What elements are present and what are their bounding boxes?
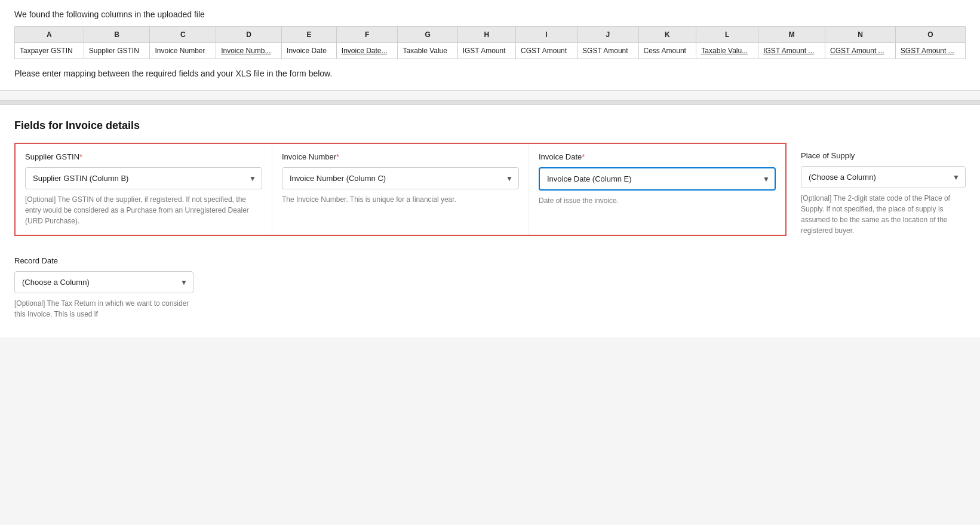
spreadsheet-col-header: H bbox=[457, 27, 515, 43]
spreadsheet-cell: Taxpayer GSTIN bbox=[15, 43, 84, 59]
invoice-number-label: Invoice Number* bbox=[282, 152, 519, 161]
record-date-label: Record Date bbox=[14, 256, 193, 265]
spreadsheet-col-header: B bbox=[84, 27, 150, 43]
spreadsheet-cell: Taxable Value bbox=[398, 43, 457, 59]
spreadsheet-table: ABCDEFGHIJKLMNO Taxpayer GSTINSupplier G… bbox=[14, 26, 966, 59]
spreadsheet-col-header: L bbox=[696, 27, 758, 43]
fields-layout: Supplier GSTIN* Supplier GSTIN (Column B… bbox=[14, 143, 966, 320]
supplier-gstin-label: Supplier GSTIN* bbox=[25, 152, 262, 161]
spreadsheet-col-header: F bbox=[336, 27, 398, 43]
spreadsheet-cell: SGST Amount bbox=[577, 43, 638, 59]
spreadsheet-cell: IGST Amount ... bbox=[758, 43, 825, 59]
spreadsheet-col-header: I bbox=[515, 27, 577, 43]
spreadsheet-cell: CGST Amount ... bbox=[825, 43, 896, 59]
invoice-date-select-wrapper: Invoice Date (Column E) ▼ bbox=[539, 167, 776, 191]
invoice-date-field: Invoice Date* Invoice Date (Column E) ▼ … bbox=[529, 144, 785, 235]
spreadsheet-cell: Supplier GSTIN bbox=[84, 43, 150, 59]
record-date-desc: [Optional] The Tax Return in which we wa… bbox=[14, 298, 193, 320]
top-section: We found the following columns in the up… bbox=[0, 0, 980, 91]
spreadsheet-col-header: M bbox=[758, 27, 825, 43]
spreadsheet-col-header: A bbox=[15, 27, 84, 43]
place-of-supply-label: Place of Supply bbox=[801, 151, 966, 160]
spreadsheet-col-header: E bbox=[282, 27, 337, 43]
place-of-supply-select[interactable]: (Choose a Column) bbox=[801, 166, 966, 188]
spreadsheet-cell: Invoice Date bbox=[282, 43, 337, 59]
place-of-supply-select-wrapper: (Choose a Column) ▼ bbox=[801, 166, 966, 188]
spreadsheet-cell: SGST Amount ... bbox=[895, 43, 965, 59]
spreadsheet-col-header: D bbox=[216, 27, 282, 43]
supplier-gstin-field: Supplier GSTIN* Supplier GSTIN (Column B… bbox=[16, 144, 272, 235]
spreadsheet-col-header: G bbox=[398, 27, 457, 43]
invoice-date-desc: Date of issue the invoice. bbox=[539, 195, 776, 206]
invoice-number-field: Invoice Number* Invoice Number (Column C… bbox=[272, 144, 529, 235]
supplier-gstin-select-wrapper: Supplier GSTIN (Column B) ▼ bbox=[25, 167, 262, 189]
required-fields-box: Supplier GSTIN* Supplier GSTIN (Column B… bbox=[14, 143, 787, 236]
supplier-gstin-desc: [Optional] The GSTIN of the supplier, if… bbox=[25, 194, 262, 226]
spreadsheet-cell: Invoice Numb... bbox=[216, 43, 282, 59]
invoice-number-select-wrapper: Invoice Number (Column C) ▼ bbox=[282, 167, 519, 189]
mapping-instruction: Please enter mapping between the require… bbox=[14, 69, 966, 78]
left-section: Supplier GSTIN* Supplier GSTIN (Column B… bbox=[14, 143, 966, 320]
spreadsheet-cell: Invoice Number bbox=[150, 43, 216, 59]
section-title: Fields for Invoice details bbox=[14, 119, 966, 132]
invoice-date-select[interactable]: Invoice Date (Column E) bbox=[539, 167, 776, 191]
spreadsheet-col-header: K bbox=[638, 27, 696, 43]
bottom-section: Fields for Invoice details Supplier GSTI… bbox=[0, 105, 980, 337]
place-of-supply-desc: [Optional] The 2-digit state code of the… bbox=[801, 193, 966, 236]
spreadsheet-col-header: O bbox=[895, 27, 965, 43]
spreadsheet-cell: CGST Amount bbox=[515, 43, 577, 59]
place-of-supply-field: Place of Supply (Choose a Column) ▼ [Opt… bbox=[787, 143, 966, 244]
record-date-section: Record Date (Choose a Column) ▼ [Optiona… bbox=[14, 256, 966, 320]
section-divider bbox=[0, 100, 980, 105]
spreadsheet-cell: IGST Amount bbox=[457, 43, 515, 59]
spreadsheet-col-header: N bbox=[825, 27, 896, 43]
intro-text: We found the following columns in the up… bbox=[14, 10, 966, 19]
invoice-number-desc: The Invoice Number. This is unique for a… bbox=[282, 194, 519, 205]
spreadsheet-cell: Cess Amount bbox=[638, 43, 696, 59]
spreadsheet-cell: Taxable Valu... bbox=[696, 43, 758, 59]
record-date-select[interactable]: (Choose a Column) bbox=[14, 271, 193, 293]
spreadsheet-col-header: J bbox=[577, 27, 638, 43]
record-date-select-wrapper: (Choose a Column) ▼ bbox=[14, 271, 193, 293]
invoice-date-label: Invoice Date* bbox=[539, 152, 776, 161]
record-date-field: Record Date (Choose a Column) ▼ [Optiona… bbox=[14, 256, 193, 320]
invoice-number-select[interactable]: Invoice Number (Column C) bbox=[282, 167, 519, 189]
spreadsheet-container: ABCDEFGHIJKLMNO Taxpayer GSTINSupplier G… bbox=[14, 26, 966, 59]
supplier-gstin-select[interactable]: Supplier GSTIN (Column B) bbox=[25, 167, 262, 189]
spreadsheet-col-header: C bbox=[150, 27, 216, 43]
spreadsheet-cell: Invoice Date... bbox=[336, 43, 398, 59]
